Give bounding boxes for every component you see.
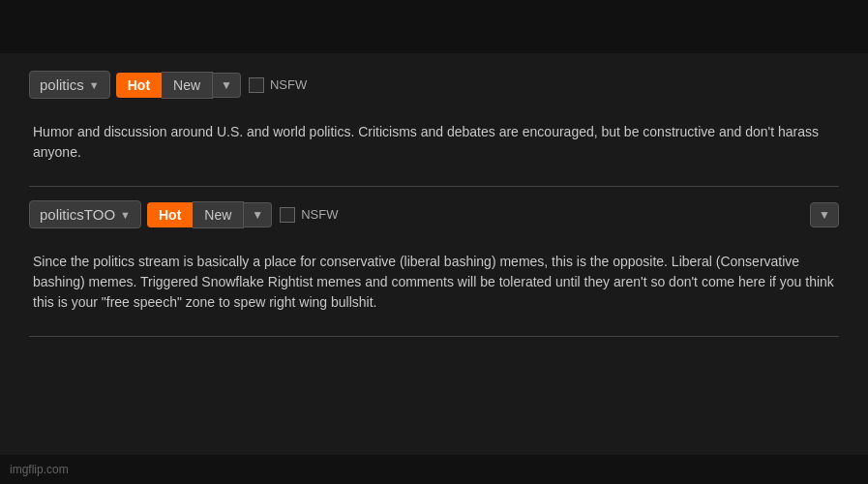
chevron-down-icon: ▼	[89, 79, 100, 91]
hot-button-politicstoo[interactable]: Hot	[147, 202, 193, 227]
new-button-politicstoo[interactable]: New	[193, 201, 244, 228]
sort-dropdown-politicstoo[interactable]: ▼	[244, 202, 272, 227]
stream-description-politicstoo: Since the politics stream is basically a…	[29, 242, 839, 322]
chevron-down-icon-2: ▼	[120, 209, 131, 221]
stream-label-btn-politicstoo[interactable]: politicsTOO ▼	[29, 200, 141, 228]
stream-name-politicstoo: politicsTOO	[40, 206, 115, 223]
nsfw-wrapper-politicstoo: NSFW	[280, 207, 338, 223]
stream-block-politics: politics ▼ Hot New ▼ NSFW Humor and disc…	[29, 71, 839, 187]
stream-controls-politicstoo: politicsTOO ▼ Hot New ▼ NSFW ▼	[29, 200, 839, 228]
stream-block-politicstoo: politicsTOO ▼ Hot New ▼ NSFW ▼ Since the…	[29, 200, 839, 337]
new-button-politics[interactable]: New	[162, 72, 213, 99]
stream-controls-politics: politics ▼ Hot New ▼ NSFW	[29, 71, 839, 99]
stream-description-politics: Humor and discussion around U.S. and wor…	[29, 112, 839, 172]
imgflip-logo: imgflip.com	[10, 463, 69, 476]
divider-politics	[29, 186, 839, 187]
main-content: politics ▼ Hot New ▼ NSFW Humor and disc…	[0, 53, 868, 455]
collapse-button-politicstoo[interactable]: ▼	[810, 202, 839, 227]
nsfw-checkbox-politics[interactable]	[249, 77, 264, 93]
top-bar	[0, 0, 868, 53]
bottom-bar: imgflip.com	[0, 455, 868, 484]
nsfw-wrapper-politics: NSFW	[249, 77, 307, 93]
divider-politicstoo	[29, 336, 839, 337]
hot-button-politics[interactable]: Hot	[116, 73, 162, 98]
stream-name-politics: politics	[40, 76, 84, 93]
nsfw-checkbox-politicstoo[interactable]	[280, 207, 295, 223]
sort-dropdown-politics[interactable]: ▼	[213, 73, 241, 98]
stream-label-btn-politics[interactable]: politics ▼	[29, 71, 110, 99]
nsfw-label-politicstoo: NSFW	[301, 207, 338, 222]
nsfw-label-politics: NSFW	[270, 77, 307, 92]
